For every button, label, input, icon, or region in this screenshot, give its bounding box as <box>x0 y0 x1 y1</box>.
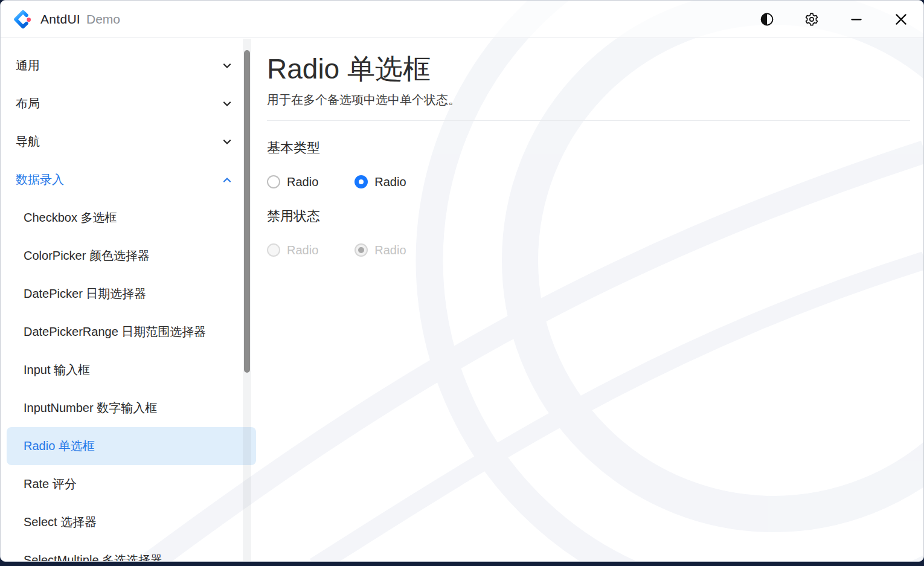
title-bar: AntdUI Demo <box>1 1 923 38</box>
main-content: Radio 单选框 用于在多个备选项中选中单个状态。 基本类型 Radio Ra… <box>262 39 923 561</box>
sidebar-item-radio[interactable]: Radio 单选框 <box>7 427 256 465</box>
sidebar-nav: 通用 布局 导航 数据录入 Checkbox 多选框 ColorPicker 颜… <box>1 39 262 561</box>
sidebar-group-label: 布局 <box>16 95 40 112</box>
radio-label: Radio <box>374 243 406 257</box>
sidebar-item-checkbox[interactable]: Checkbox 多选框 <box>1 199 262 237</box>
section-heading-basic: 基本类型 <box>267 139 905 157</box>
radio-option-disabled-checked: Radio <box>355 243 406 257</box>
sidebar-group-label: 通用 <box>16 57 40 74</box>
sidebar-item-label: Select 选择器 <box>24 514 97 530</box>
close-button[interactable] <box>893 11 909 27</box>
sidebar-item-rate[interactable]: Rate 评分 <box>1 465 262 503</box>
radio-group-disabled: Radio Radio <box>267 243 905 257</box>
divider <box>267 120 910 121</box>
radio-option-checked[interactable]: Radio <box>355 175 406 189</box>
sidebar-item-label: Input 输入框 <box>24 362 90 378</box>
sidebar-item-label: SelectMultiple 多选选择器 <box>24 552 162 562</box>
page-title: Radio 单选框 <box>267 52 905 87</box>
page-description: 用于在多个备选项中选中单个状态。 <box>267 92 905 108</box>
sidebar-item-selectmultiple[interactable]: SelectMultiple 多选选择器 <box>1 541 262 562</box>
minimize-icon <box>849 12 864 27</box>
sidebar-item-datepicker[interactable]: DatePicker 日期选择器 <box>1 275 262 313</box>
radio-label: Radio <box>287 243 318 257</box>
sidebar-group-general[interactable]: 通用 <box>1 47 262 85</box>
radio-group-basic: Radio Radio <box>267 175 905 189</box>
sidebar-group-layout[interactable]: 布局 <box>1 85 262 123</box>
sidebar-item-label: DatePickerRange 日期范围选择器 <box>24 324 206 340</box>
radio-circle-disabled-checked-icon <box>355 243 368 257</box>
sidebar-item-label: DatePicker 日期选择器 <box>24 286 146 302</box>
sidebar-group-label: 数据录入 <box>16 172 64 188</box>
radio-label: Radio <box>287 175 318 189</box>
radio-label: Radio <box>374 175 406 189</box>
radio-circle-unchecked-icon <box>267 175 280 188</box>
section-heading-disabled: 禁用状态 <box>267 207 905 225</box>
app-title-suffix: Demo <box>86 12 120 27</box>
sidebar-item-label: Checkbox 多选框 <box>24 210 117 226</box>
radio-circle-checked-icon <box>355 175 368 188</box>
chevron-down-icon <box>221 98 233 110</box>
sidebar-item-label: Rate 评分 <box>24 476 77 492</box>
app-title: AntdUI <box>40 12 80 27</box>
close-icon <box>893 11 909 27</box>
theme-toggle-button[interactable] <box>759 11 775 27</box>
window-controls <box>759 11 923 27</box>
contrast-icon <box>760 12 774 27</box>
app-window: AntdUI Demo <box>0 0 924 562</box>
sidebar-item-colorpicker[interactable]: ColorPicker 颜色选择器 <box>1 237 262 275</box>
sidebar-item-label: InputNumber 数字输入框 <box>24 400 157 416</box>
minimize-button[interactable] <box>849 11 864 27</box>
sidebar-item-label: Radio 单选框 <box>24 438 95 454</box>
radio-option-disabled-unchecked: Radio <box>267 243 318 257</box>
gear-icon <box>804 12 819 27</box>
sidebar-item-inputnumber[interactable]: InputNumber 数字输入框 <box>1 389 262 427</box>
radio-option-unchecked[interactable]: Radio <box>267 175 318 189</box>
sidebar-group-label: 导航 <box>16 133 40 150</box>
sidebar-item-datepickerrange[interactable]: DatePickerRange 日期范围选择器 <box>1 313 262 351</box>
sidebar-scrollbar-thumb[interactable] <box>244 50 250 373</box>
chevron-down-icon <box>221 60 233 72</box>
antdui-logo-icon <box>13 10 33 29</box>
sidebar-group-navigation[interactable]: 导航 <box>1 123 262 161</box>
chevron-down-icon <box>221 136 233 148</box>
chevron-up-icon <box>221 174 233 186</box>
settings-button[interactable] <box>804 11 820 27</box>
sidebar-item-select[interactable]: Select 选择器 <box>1 503 262 541</box>
sidebar-item-label: ColorPicker 颜色选择器 <box>24 248 150 264</box>
sidebar-group-data-entry[interactable]: 数据录入 <box>1 161 262 199</box>
sidebar-item-input[interactable]: Input 输入框 <box>1 351 262 389</box>
radio-circle-disabled-unchecked-icon <box>267 243 280 257</box>
